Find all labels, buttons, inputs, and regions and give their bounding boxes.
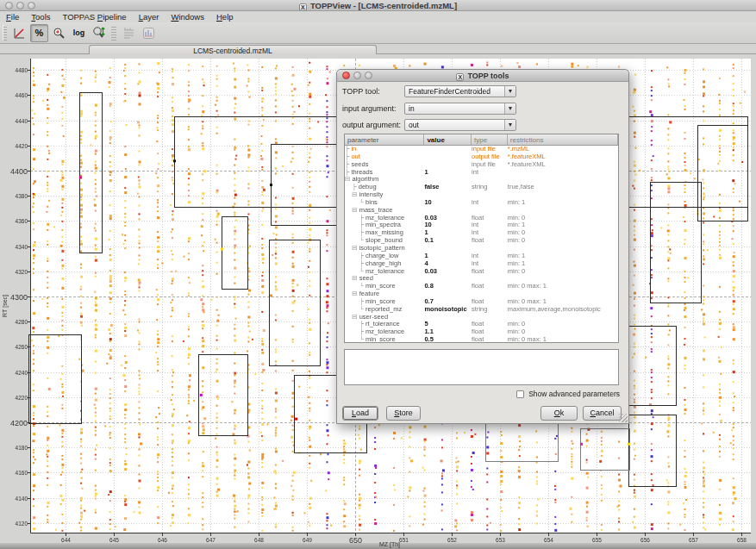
param-row-seed[interactable]: ⊟ seed — [345, 275, 618, 283]
dialog-titlebar: XTOPP tools — [337, 70, 628, 82]
intensity-percentage-button[interactable]: % — [30, 24, 48, 42]
param-row-user-seed[interactable]: ⊟ user-seed — [345, 314, 618, 321]
parameter-table-header: parameter value type restrictions — [345, 134, 618, 146]
combo-value: FeatureFinderCentroided — [409, 87, 490, 96]
show-advanced-label: Show advanced parameters — [528, 390, 620, 398]
param-row-in[interactable]: ├ ininput file*.mzML — [345, 146, 618, 153]
topp-tool-select[interactable]: FeatureFinderCentroided▼ — [404, 85, 516, 97]
chevron-down-icon[interactable]: ▼ — [504, 86, 515, 97]
store-button[interactable]: Store — [386, 406, 421, 421]
advanced-parameters-row: Show advanced parameters — [516, 390, 620, 398]
spectra-list-icon — [122, 27, 135, 40]
projections-button[interactable] — [140, 24, 158, 42]
param-row-seeds[interactable]: ├ seedsinput file*.featureXML — [345, 161, 618, 169]
measure-mode-button[interactable] — [90, 24, 108, 42]
field-row-0: TOPP tool:FeatureFinderCentroided▼ — [342, 85, 623, 97]
menu-item-windows[interactable]: Windows — [165, 11, 210, 22]
param-row-isotopic_pattern[interactable]: ⊟ isotopic_pattern — [345, 245, 618, 253]
param-row-max_missing[interactable]: ├ max_missing1intmin: 0 — [345, 229, 618, 237]
param-row-min_score[interactable]: ├ min_score0.7floatmin: 0 max: 1 — [345, 298, 618, 306]
param-row-min_score[interactable]: └ min_score0.5floatmin: 0 max: 1 — [345, 336, 618, 343]
param-row-min_spectra[interactable]: ├ min_spectra10intmin: 1 — [345, 221, 618, 229]
field-row-1: input argument:in▼ — [342, 103, 623, 115]
percent-icon: % — [35, 28, 44, 38]
param-row-debug[interactable]: ├ debugfalsestringtrue,false — [345, 184, 618, 191]
projection-plot-icon — [142, 27, 155, 40]
chevron-down-icon[interactable]: ▼ — [504, 120, 515, 130]
param-row-mz_tolerance[interactable]: ├ mz_tolerance1.1floatmin: 0 — [345, 328, 618, 336]
menu-item-file[interactable]: File — [0, 11, 25, 22]
menu-item-tools[interactable]: Tools — [25, 11, 56, 22]
input-argument-select[interactable]: in▼ — [404, 103, 516, 115]
window-title: XTOPPView - [LCMS-centroided.mzML] — [0, 0, 756, 11]
dialog-close-button[interactable] — [342, 72, 350, 79]
zoom-mode-button[interactable] — [50, 24, 68, 42]
log-intensity-button[interactable]: log — [70, 24, 88, 42]
axes-diagonal-icon — [13, 27, 26, 40]
log-icon: log — [73, 28, 85, 37]
toolbar-separator — [111, 25, 116, 41]
col-parameter: parameter — [345, 134, 424, 145]
toolbar: % log — [0, 22, 756, 44]
x11-dialog-icon: X — [456, 73, 464, 81]
dialog-title: XTOPP tools — [337, 70, 628, 82]
toppview-window: XTOPPView - [LCMS-centroided.mzML] FileT… — [0, 0, 756, 549]
tab-bar: LCMS-centroided.mzML — [0, 44, 756, 54]
field-label: output argument: — [342, 121, 401, 129]
topp-tools-dialog: XTOPP tools TOPP tool:FeatureFinderCentr… — [336, 69, 629, 424]
toolbar-grip[interactable] — [3, 25, 7, 41]
param-row-mz_tolerance[interactable]: └ mz_tolerance0.03floatmin: 0 — [345, 268, 618, 276]
param-row-out[interactable]: ├ outoutput file*.featureXML — [345, 153, 618, 161]
param-row-bins[interactable]: └ bins10intmin: 1 — [345, 199, 618, 207]
param-row-min_score[interactable]: └ min_score0.8floatmin: 0 max: 1 — [345, 283, 618, 290]
field-label: input argument: — [342, 104, 397, 113]
param-row-feature[interactable]: ⊟ feature — [345, 290, 618, 298]
col-value: value — [424, 134, 472, 145]
param-row-algorithm[interactable]: ⊟ algorithm — [345, 176, 618, 184]
field-row-2: output argument:out▼ — [342, 119, 623, 131]
main-titlebar: XTOPPView - [LCMS-centroided.mzML] — [0, 0, 756, 11]
menu-item-help[interactable]: Help — [210, 11, 240, 22]
param-row-charge_high[interactable]: ├ charge_high4intmin: 1 — [345, 260, 618, 268]
cancel-button[interactable]: Cancel — [583, 406, 622, 421]
chevron-down-icon[interactable]: ▼ — [504, 103, 515, 114]
param-row-charge_low[interactable]: ├ charge_low1intmin: 1 — [345, 253, 618, 260]
precursor-ms2-button[interactable] — [120, 24, 138, 42]
parameter-table[interactable]: parameter value type restrictions ├ inin… — [344, 134, 619, 343]
param-row-slope_bound[interactable]: └ slope_bound0.1floatmin: 0 — [345, 237, 618, 245]
dialog-minimize-button[interactable] — [353, 72, 361, 79]
ok-button[interactable]: Ok — [540, 406, 578, 421]
combo-value: in — [409, 104, 415, 113]
parameter-rows: ├ ininput file*.mzML├ outoutput file*.fe… — [345, 146, 618, 343]
menu-item-layer[interactable]: Layer — [133, 11, 166, 22]
magnifier-arrows-icon — [92, 26, 106, 40]
message-box[interactable] — [344, 349, 619, 385]
col-restrictions: restrictions — [508, 134, 618, 145]
x11-app-icon: X — [299, 3, 307, 11]
magnifier-icon — [53, 27, 66, 40]
output-argument-select[interactable]: out▼ — [404, 119, 516, 131]
reset-zoom-button[interactable] — [10, 24, 28, 42]
param-row-mz_tolerance[interactable]: ├ mz_tolerance0.03floatmin: 0 — [345, 215, 618, 222]
resize-grip[interactable] — [619, 414, 628, 422]
dialog-zoom-button[interactable] — [365, 72, 372, 79]
param-row-threads[interactable]: ├ threads1int — [345, 169, 618, 177]
param-row-reported_mz[interactable]: └ reported_mzmonoisotopicstringmaximum,a… — [345, 306, 618, 314]
field-label: TOPP tool: — [342, 87, 380, 96]
show-advanced-checkbox[interactable] — [516, 390, 524, 398]
menu-item-toppas-pipeline[interactable]: TOPPAS Pipeline — [57, 11, 133, 22]
param-row-intensity[interactable]: ⊟ intensity — [345, 191, 618, 199]
load-button[interactable]: Load — [342, 406, 378, 421]
param-row-mass_trace[interactable]: ⊟ mass_trace — [345, 207, 618, 215]
combo-value: out — [409, 121, 419, 129]
col-type: type — [472, 134, 508, 145]
param-row-rt_tolerance[interactable]: ├ rt_tolerance5floatmin: 0 — [345, 321, 618, 328]
menu-bar: FileToolsTOPPAS PipelineLayerWindowsHelp — [0, 11, 756, 22]
